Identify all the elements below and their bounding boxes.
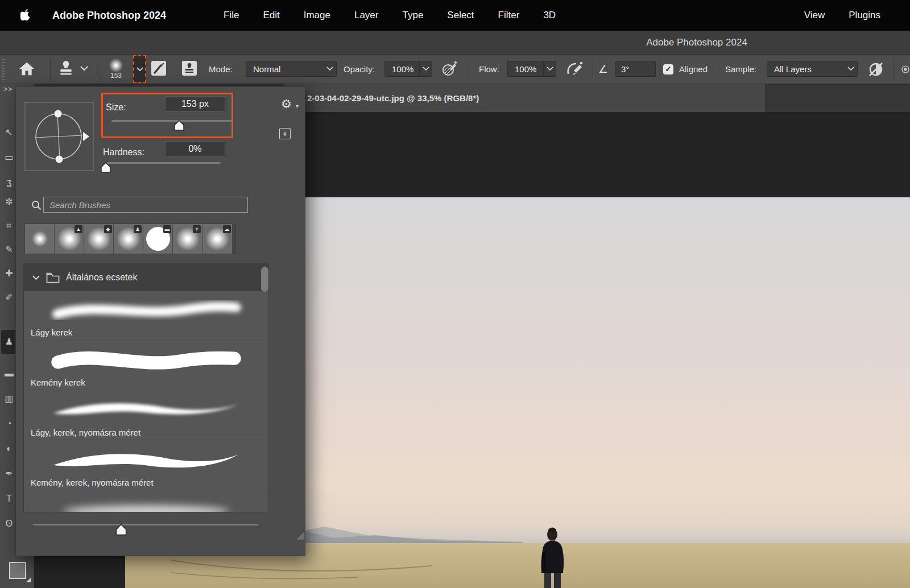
texture-badge-icon: ✳ <box>193 225 201 233</box>
size-pressure-badge-icon: ▲ <box>75 225 82 233</box>
recent-brush-soft-round-small[interactable] <box>25 224 55 254</box>
menu-layer[interactable]: Layer <box>342 0 391 31</box>
foreground-color-swatch[interactable] <box>9 562 26 579</box>
swatch-corner-icon <box>26 578 31 582</box>
document-tab[interactable]: 2-03-04-02-29-49-utc.jpg @ 33,5% (RGB/8*… <box>284 84 766 112</box>
hardness-slider-track[interactable] <box>107 162 221 164</box>
brush-item-partial[interactable] <box>24 491 268 512</box>
opacity-select[interactable]: 100% <box>384 61 432 77</box>
smudge-badge-icon: ☁ <box>223 225 231 233</box>
eraser-tool-icon[interactable]: ▬ <box>3 367 15 380</box>
size-field[interactable]: 153 px <box>165 96 225 111</box>
preview-size-slider-thumb[interactable] <box>114 523 129 537</box>
chevron-down-icon <box>419 61 432 76</box>
recent-brushes-row: ▲ ◆ ♟ ▬ ✳ ☁ <box>24 223 236 254</box>
recent-brush-size-pressure[interactable]: ▲ <box>55 224 84 254</box>
brush-list: Általános ecsetek Lágy kerek Kemény kere… <box>23 263 269 512</box>
soft-taper-stroke-preview <box>47 392 246 425</box>
pressure-opacity-icon[interactable] <box>441 59 458 78</box>
move-tool-icon[interactable]: ↖ <box>3 126 15 139</box>
brush-folder-header[interactable]: Általános ecsetek <box>24 264 268 291</box>
tool-preset-chevron-icon[interactable] <box>78 64 90 73</box>
crop-tool-icon[interactable]: ⌗ <box>3 220 15 232</box>
menu-3d[interactable]: 3D <box>531 0 568 31</box>
sample-select[interactable]: All Layers <box>767 61 858 77</box>
toggle-clone-source-panel-icon[interactable] <box>180 58 199 78</box>
home-icon[interactable] <box>17 59 36 78</box>
pressure-size-icon[interactable] <box>901 60 910 78</box>
marquee-tool-icon[interactable]: ▭ <box>3 151 15 164</box>
brush-item-hard-round[interactable]: Kemény kerek <box>24 341 268 391</box>
flow-value: 100% <box>508 64 543 74</box>
menu-app-name[interactable]: Adobe Photoshop 2024 <box>52 0 166 31</box>
ignore-adjustment-layers-icon[interactable] <box>866 59 886 80</box>
opacity-value: 100% <box>385 64 419 74</box>
options-separator <box>98 59 98 80</box>
brush-angle-field[interactable]: 3° <box>615 61 656 77</box>
airbrush-toggle-icon[interactable] <box>565 59 585 78</box>
menu-image[interactable]: Image <box>292 0 342 31</box>
recent-brush-smudge[interactable]: ☁ <box>202 224 232 254</box>
brush-item-soft-round[interactable]: Lágy kerek <box>24 291 268 341</box>
document-tab-title: 2-03-04-02-29-49-utc.jpg @ 33,5% (RGB/8*… <box>307 84 479 112</box>
brush-item-hard-round-pressure-size[interactable]: Kemény, kerek, nyomásra méret <box>24 441 268 491</box>
clone-stamp-tool-icon[interactable] <box>57 58 75 80</box>
stamp-badge-icon: ♟ <box>134 225 142 233</box>
preview-size-slider-track[interactable] <box>33 524 258 525</box>
sample-label: Sample: <box>725 55 756 84</box>
recent-brush-opacity-pressure[interactable]: ◆ <box>84 224 114 254</box>
blur-tool-icon[interactable]: ◔ <box>3 417 15 430</box>
mode-select[interactable]: Normal <box>246 61 337 77</box>
person-figure <box>533 527 574 588</box>
brush-name: Lágy, kerek, nyomásra méret <box>31 428 140 437</box>
apple-icon[interactable] <box>20 9 31 24</box>
options-bar-grip[interactable] <box>2 59 5 80</box>
dodge-tool-icon[interactable]: ◐ <box>3 442 15 455</box>
recent-brush-stamp[interactable]: ♟ <box>114 224 143 254</box>
gear-icon[interactable]: ⚙ <box>281 97 292 111</box>
eyedropper-tool-icon[interactable]: ✎ <box>3 243 15 256</box>
search-brushes-input[interactable] <box>43 197 248 213</box>
menu-view[interactable]: View <box>804 0 825 31</box>
options-separator <box>660 59 660 80</box>
brush-tool-icon[interactable]: ✐ <box>3 291 15 304</box>
aligned-checkbox[interactable]: ✓ <box>663 64 673 74</box>
brush-preview-thumbnail[interactable] <box>109 58 123 73</box>
size-slider-thumb[interactable] <box>172 119 186 132</box>
recent-brush-hard-round-eraser[interactable]: ▬ <box>143 224 173 254</box>
opacity-label: Opacity: <box>344 55 375 84</box>
chevron-down-icon <box>32 275 40 280</box>
options-separator <box>718 59 718 80</box>
menu-type[interactable]: Type <box>390 0 435 31</box>
popup-resize-grip[interactable] <box>293 528 305 541</box>
opacity-pressure-badge-icon: ◆ <box>104 225 112 233</box>
brush-angle-roundness-control[interactable] <box>24 102 94 171</box>
magic-wand-tool-icon[interactable]: ✼ <box>3 196 15 208</box>
lasso-tool-icon[interactable]: ʓ <box>3 176 15 189</box>
pen-tool-icon[interactable]: ✒ <box>3 467 15 480</box>
hand-tool-icon[interactable]: ʘ <box>3 517 15 530</box>
brush-settings-flyout-button[interactable] <box>133 55 146 83</box>
brush-item-soft-round-pressure-size[interactable]: Lágy, kerek, nyomásra méret <box>24 391 268 441</box>
menu-edit[interactable]: Edit <box>251 0 291 31</box>
menu-filter[interactable]: Filter <box>486 0 532 31</box>
toggle-brush-settings-panel-icon[interactable] <box>149 58 168 78</box>
brush-preview-size-label: 153 <box>106 72 126 80</box>
healing-brush-tool-icon[interactable]: ✚ <box>3 267 15 280</box>
gradient-tool-icon[interactable]: ▥ <box>3 392 15 405</box>
hard-round-stroke-preview <box>47 342 246 375</box>
flow-select[interactable]: 100% <box>507 61 556 77</box>
brush-list-scrollbar-thumb[interactable] <box>261 267 268 292</box>
recent-brush-texture[interactable]: ✳ <box>173 224 202 254</box>
menu-select[interactable]: Select <box>435 0 486 31</box>
menu-plugins[interactable]: Plugins <box>849 0 880 31</box>
toolbar-expand-button[interactable]: >> <box>3 85 13 93</box>
sample-value: All Layers <box>767 64 845 74</box>
menu-file[interactable]: File <box>212 0 251 31</box>
hardness-field[interactable]: 0% <box>165 141 225 156</box>
type-tool-icon[interactable]: T <box>3 492 15 505</box>
hardness-slider-thumb[interactable] <box>99 161 113 175</box>
size-slider-track[interactable] <box>111 120 232 122</box>
new-brush-button[interactable]: + <box>279 128 291 139</box>
clone-stamp-tool-icon-selected[interactable]: ♟ <box>3 336 15 348</box>
